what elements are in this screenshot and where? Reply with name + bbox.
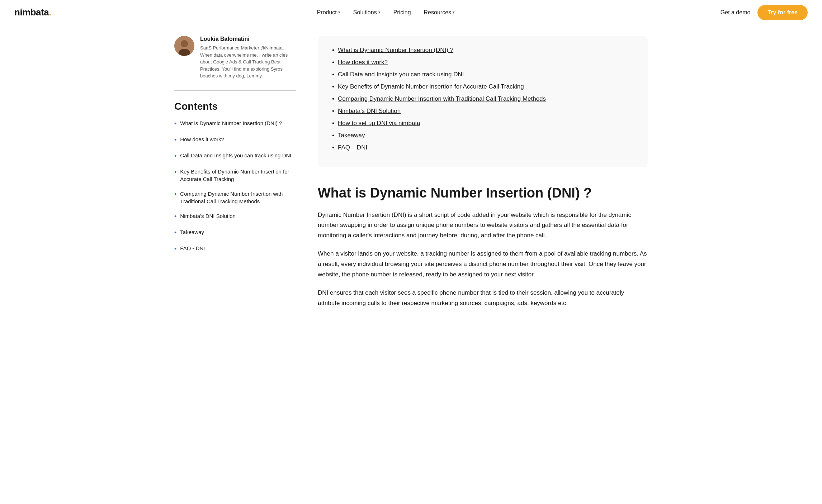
logo[interactable]: nimbata. [14,7,51,18]
page-wrapper: Loukia Balomatini SaaS Performance Marke… [160,25,662,327]
contents-list: What is Dynamic Number Insertion (DNI) ?… [174,119,296,254]
nav-actions: Get a demo Try for free [721,5,808,20]
list-item[interactable]: Nimbata's DNI Solution [174,212,296,221]
list-item[interactable]: FAQ - DNI [174,244,296,253]
nav-solutions-link[interactable]: Solutions ▾ [353,9,381,16]
list-item[interactable]: Takeaway [174,228,296,237]
toc-link[interactable]: Comparing Dynamic Number Insertion with … [338,95,546,103]
paragraph-3: DNI ensures that each visitor sees a spe… [318,288,648,309]
toc-list: What is Dynamic Number Insertion (DNI) ?… [332,47,633,151]
toc-box: What is Dynamic Number Insertion (DNI) ?… [318,36,648,167]
nav-product-link[interactable]: Product ▾ [317,9,340,16]
toc-link[interactable]: What is Dynamic Number Insertion (DNI) ? [338,47,453,54]
toc-item[interactable]: How to set up DNI via nimbata [332,120,633,127]
get-demo-link[interactable]: Get a demo [721,9,751,16]
section-title: What is Dynamic Number Insertion (DNI) ? [318,185,648,201]
author-bio: SaaS Performance Marketer @Nimbata. When… [200,44,296,80]
list-item[interactable]: How does it work? [174,135,296,144]
author-name: Loukia Balomatini [200,36,296,42]
main-content: What is Dynamic Number Insertion (DNI) ?… [318,36,648,317]
toc-link[interactable]: Nimbata's DNI Solution [338,108,401,115]
nav-resources[interactable]: Resources ▾ [424,9,455,16]
toc-link[interactable]: FAQ – DNI [338,144,367,151]
list-item[interactable]: Key Benefits of Dynamic Number Insertion… [174,168,296,183]
toc-link[interactable]: Takeaway [338,132,365,139]
nav-solutions[interactable]: Solutions ▾ [353,9,381,16]
chevron-down-icon: ▾ [378,10,381,15]
section-body: Dynamic Number Insertion (DNI) is a shor… [318,210,648,309]
toc-item[interactable]: Takeaway [332,132,633,139]
svg-point-1 [181,40,188,47]
sidebar: Loukia Balomatini SaaS Performance Marke… [174,36,296,317]
chevron-down-icon: ▾ [338,10,340,15]
paragraph-2: When a visitor lands on your website, a … [318,249,648,280]
nav-resources-link[interactable]: Resources ▾ [424,9,455,16]
nav-pricing-link[interactable]: Pricing [393,9,411,16]
try-free-button[interactable]: Try for free [757,5,808,20]
logo-text: nimbata [14,7,49,18]
nav-product[interactable]: Product ▾ [317,9,340,16]
toc-item[interactable]: FAQ – DNI [332,144,633,151]
toc-item[interactable]: Comparing Dynamic Number Insertion with … [332,95,633,103]
logo-dot: . [49,7,51,18]
divider [174,90,296,91]
chevron-down-icon: ▾ [453,10,455,15]
toc-item[interactable]: How does it work? [332,59,633,66]
list-item[interactable]: Comparing Dynamic Number Insertion with … [174,190,296,205]
author-section: Loukia Balomatini SaaS Performance Marke… [174,36,296,80]
toc-link[interactable]: How to set up DNI via nimbata [338,120,420,127]
nav-links: Product ▾ Solutions ▾ Pricing Resources … [317,9,455,16]
avatar [174,36,194,56]
author-info: Loukia Balomatini SaaS Performance Marke… [200,36,296,80]
navbar: nimbata. Product ▾ Solutions ▾ Pricing R… [0,0,822,25]
list-item[interactable]: Call Data and Insights you can track usi… [174,152,296,161]
paragraph-1: Dynamic Number Insertion (DNI) is a shor… [318,210,648,241]
toc-link[interactable]: How does it work? [338,59,388,66]
list-item[interactable]: What is Dynamic Number Insertion (DNI) ? [174,119,296,128]
toc-item[interactable]: Call Data and Insights you can track usi… [332,71,633,78]
toc-link[interactable]: Call Data and Insights you can track usi… [338,71,464,78]
nav-pricing[interactable]: Pricing [393,9,411,16]
toc-item[interactable]: Key Benefits of Dynamic Number Insertion… [332,83,633,90]
toc-link[interactable]: Key Benefits of Dynamic Number Insertion… [338,83,524,90]
toc-item[interactable]: Nimbata's DNI Solution [332,108,633,115]
article-section: What is Dynamic Number Insertion (DNI) ?… [318,185,648,309]
toc-item[interactable]: What is Dynamic Number Insertion (DNI) ? [332,47,633,54]
contents-title: Contents [174,101,296,112]
